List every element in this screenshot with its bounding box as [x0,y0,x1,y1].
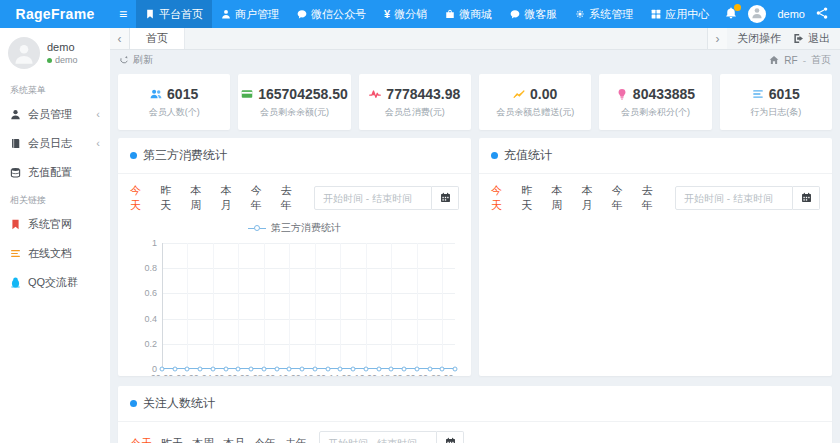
recharge-filter-row: 今天昨天本周本月今年去年 [491,183,820,213]
sidebar-section-header: 系统菜单 [0,77,110,100]
breadcrumb-page: 首页 [811,53,831,67]
data-point [376,367,381,372]
panel-title: 关注人数统计 [143,395,215,412]
tab-home[interactable]: 首页 [130,28,185,49]
brand-logo[interactable]: RageFrame [0,0,110,28]
legend-label: 第三方消费统计 [271,221,341,235]
tabs-scroll-left-button[interactable]: ‹ [110,28,130,49]
calendar-button[interactable] [793,186,820,210]
data-point [402,367,407,372]
nav-item-label: 微分销 [394,7,427,22]
nav-item-merchant-manage[interactable]: 商户管理 [212,0,288,28]
filter-today[interactable]: 今天 [130,183,151,213]
coins-icon [10,167,21,178]
data-point [389,367,394,372]
filter-last-year[interactable]: 去年 [642,183,663,213]
grid-line-v [366,243,367,369]
sidebar-avatar[interactable] [8,37,40,69]
panel-title: 充值统计 [504,147,552,164]
grid-line-v [264,243,265,369]
filter-this-month[interactable]: 本月 [223,436,245,443]
logout-button[interactable]: 退出 [793,31,830,46]
filter-this-year[interactable]: 今年 [612,183,633,213]
sidebar-item-member-manage[interactable]: 会员管理‹ [0,100,110,129]
filter-today[interactable]: 今天 [130,436,152,443]
nav-item-system-manage[interactable]: 系统管理 [566,0,642,28]
filter-this-month[interactable]: 本月 [582,183,603,213]
nav-item-micro-service[interactable]: 微客服 [501,0,566,28]
sidebar-item-online-docs[interactable]: 在线文档 [0,239,110,268]
filter-last-year[interactable]: 去年 [285,436,307,443]
data-point [261,367,266,372]
sidebar-item-recharge-config[interactable]: 充值配置 [0,158,110,187]
date-range-input[interactable] [319,431,437,443]
notifications-button[interactable] [725,7,737,21]
y-tick-label: 0.8 [132,263,157,273]
wechat-icon [297,9,307,19]
stat-card-member-points: 80433885会员剩余积分(个) [599,74,711,130]
grid-line-h [162,243,455,244]
main-content: ‹ 首页 › 关闭操作 退出 刷新 RF - 首页 [110,28,840,443]
bag-icon [445,9,455,19]
calendar-button[interactable] [437,431,464,443]
panel-followers-header: 关注人数统计 [118,386,832,422]
filter-yesterday[interactable]: 昨天 [161,436,183,443]
username[interactable]: demo [777,8,805,20]
stats-cards: 6015会员人数(个)165704258.50会员剩余余额(元)7778443.… [110,70,840,138]
filter-this-year[interactable]: 今年 [254,436,276,443]
stat-value: 80433885 [633,86,695,102]
filter-this-week[interactable]: 本周 [192,436,214,443]
avatar[interactable] [748,5,766,23]
sidebar-item-qq-group[interactable]: QQ交流群 [0,268,110,297]
followers-filter-row: 今天昨天本周本月今年去年 [130,431,820,443]
series-line [162,368,455,370]
y-axis-line [162,243,163,369]
data-point [338,367,343,372]
filter-yesterday[interactable]: 昨天 [160,183,181,213]
filter-this-week[interactable]: 本周 [190,183,211,213]
sidebar-item-label: QQ交流群 [28,275,78,290]
user-icon [751,7,763,21]
cogs-icon [575,9,585,19]
hamburger-icon[interactable]: ≡ [110,0,136,28]
book-icon [10,138,21,149]
breadcrumb-root[interactable]: RF [784,55,797,66]
filter-last-year[interactable]: 去年 [281,183,302,213]
bulb-icon [616,88,628,100]
sidebar-item-official-site[interactable]: 系统官网 [0,210,110,239]
data-point [312,367,317,372]
navbar-right: demo [725,0,840,28]
date-range-input[interactable] [675,186,793,210]
tabs-scroll-right-button[interactable]: › [707,28,727,49]
yen-icon: ¥ [384,8,390,20]
filter-this-month[interactable]: 本月 [221,183,242,213]
quick-range-filters: 今天昨天本周本月今年去年 [130,183,302,213]
sidebar-item-label: 系统官网 [28,217,72,232]
sidebar-item-label: 在线文档 [28,246,72,261]
quick-range-filters: 今天昨天本周本月今年去年 [130,436,307,443]
chart-legend[interactable]: 第三方消费统计 [130,221,459,235]
y-tick-label: 1 [132,238,157,248]
calendar-button[interactable] [432,186,459,210]
filter-this-year[interactable]: 今年 [251,183,272,213]
nav-item-platform-home[interactable]: 平台首页 [136,0,212,28]
home-icon [769,55,779,66]
sidebar: demo demo 系统菜单会员管理‹会员日志‹充值配置相关链接系统官网在线文档… [0,28,110,443]
filter-yesterday[interactable]: 昨天 [521,183,542,213]
filter-today[interactable]: 今天 [491,183,512,213]
share-icon[interactable] [816,7,828,21]
stat-card-balance-gift: 0.00会员余额总赠送(元) [479,74,591,130]
stat-card-member-consumption: 7778443.98会员总消费(元) [359,74,471,130]
close-actions-button[interactable]: 关闭操作 [737,31,781,46]
qq-icon [10,277,21,288]
sidebar-item-member-log[interactable]: 会员日志‹ [0,129,110,158]
x-tick-label: 20:00 [406,373,429,376]
x-tick-label: 16:00 [355,373,378,376]
nav-item-micro-mall[interactable]: 微商城 [436,0,501,28]
nav-item-app-center[interactable]: 应用中心 [642,0,718,28]
nav-item-micro-distribution[interactable]: ¥微分销 [375,0,436,28]
filter-this-week[interactable]: 本周 [551,183,572,213]
date-range-input[interactable] [314,186,432,210]
refresh-button[interactable]: 刷新 [119,53,153,67]
nav-item-wechat-official[interactable]: 微信公众号 [288,0,375,28]
